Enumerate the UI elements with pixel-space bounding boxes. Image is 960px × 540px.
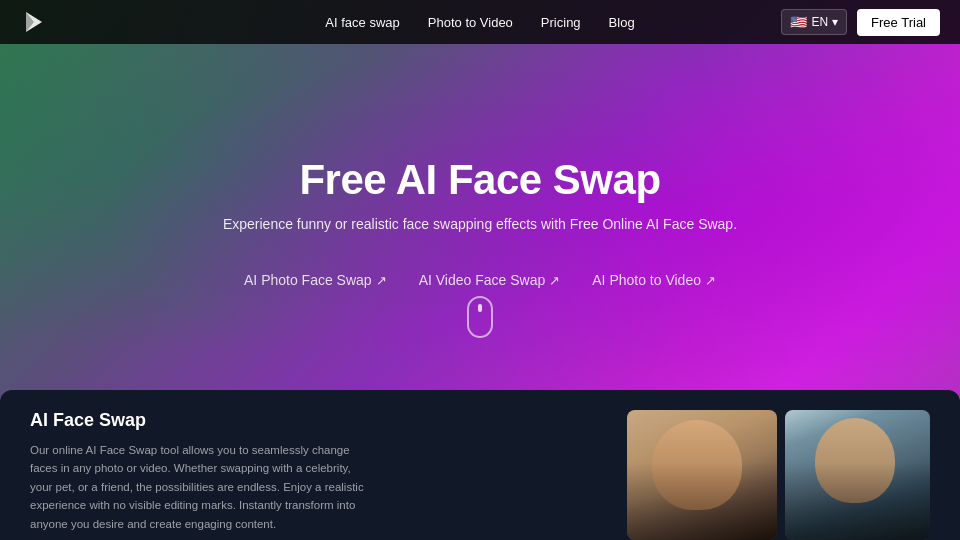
arrow-icon-3: ↗: [705, 273, 716, 288]
lang-code: EN: [811, 15, 828, 29]
card-text: AI Face Swap Our online AI Face Swap too…: [30, 410, 370, 540]
scroll-indicator: [467, 296, 493, 338]
card-images: [627, 410, 930, 540]
nav-pricing[interactable]: Pricing: [541, 15, 581, 30]
logo[interactable]: [20, 8, 48, 36]
card-description: Our online AI Face Swap tool allows you …: [30, 441, 370, 533]
face-image-1: [627, 410, 777, 540]
hero-link-video[interactable]: AI Video Face Swap ↗: [419, 272, 561, 288]
nav-blog[interactable]: Blog: [609, 15, 635, 30]
language-selector[interactable]: 🇺🇸 EN ▾: [781, 9, 847, 35]
hero-link-photo[interactable]: AI Photo Face Swap ↗: [244, 272, 387, 288]
nav-links: AI face swap Photo to Video Pricing Blog: [325, 15, 634, 30]
chevron-down-icon: ▾: [832, 15, 838, 29]
hero-link-video-label: AI Video Face Swap: [419, 272, 546, 288]
scroll-dot: [478, 304, 482, 312]
scroll-oval: [467, 296, 493, 338]
hero-link-photo-label: AI Photo Face Swap: [244, 272, 372, 288]
nav-ai-face-swap[interactable]: AI face swap: [325, 15, 399, 30]
face-photo-1: [627, 410, 777, 540]
face-image-2: [785, 410, 930, 540]
card-title: AI Face Swap: [30, 410, 370, 431]
bottom-card: AI Face Swap Our online AI Face Swap too…: [0, 390, 960, 540]
hero-link-photo-to-video[interactable]: AI Photo to Video ↗: [592, 272, 716, 288]
flag-icon: 🇺🇸: [790, 14, 807, 30]
arrow-icon: ↗: [376, 273, 387, 288]
hero-section: Free AI Face Swap Experience funny or re…: [0, 0, 960, 420]
face-photo-2: [785, 410, 930, 540]
free-trial-button[interactable]: Free Trial: [857, 9, 940, 36]
hero-content: Free AI Face Swap Experience funny or re…: [223, 156, 737, 288]
hero-title: Free AI Face Swap: [223, 156, 737, 204]
nav-right: 🇺🇸 EN ▾ Free Trial: [781, 9, 940, 36]
hero-link-photo-to-video-label: AI Photo to Video: [592, 272, 701, 288]
hero-subtitle: Experience funny or realistic face swapp…: [223, 216, 737, 232]
hero-links: AI Photo Face Swap ↗ AI Video Face Swap …: [223, 272, 737, 288]
arrow-icon-2: ↗: [549, 273, 560, 288]
nav-photo-to-video[interactable]: Photo to Video: [428, 15, 513, 30]
navbar: AI face swap Photo to Video Pricing Blog…: [0, 0, 960, 44]
